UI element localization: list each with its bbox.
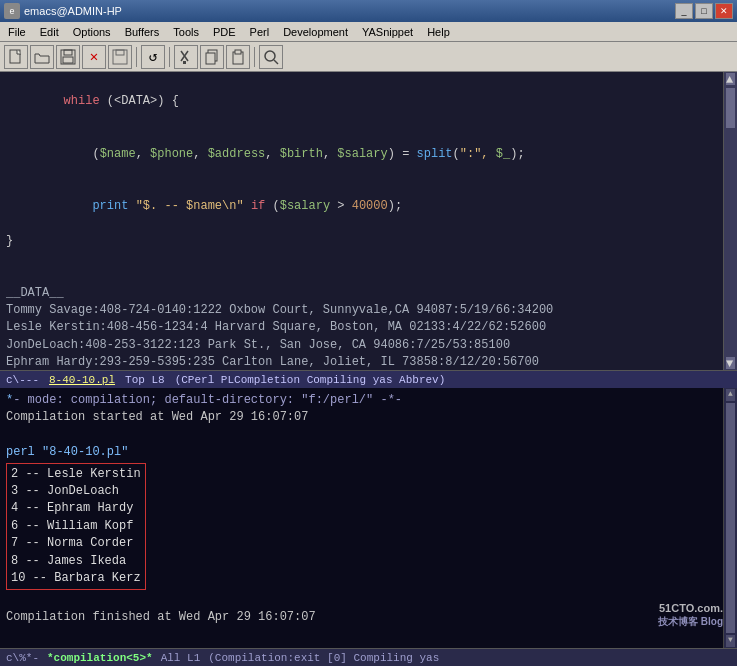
svg-rect-5 — [116, 50, 124, 55]
menu-file[interactable]: File — [2, 25, 32, 39]
result-line-7: 10 -- Barbara Kerz — [11, 570, 141, 587]
upper-scrollbar[interactable]: ▲ ▼ — [723, 72, 737, 370]
upper-status-prefix: c\--- — [6, 374, 39, 386]
lower-scrollbar[interactable]: ▲ ▼ — [723, 388, 737, 648]
title-buttons[interactable]: _ □ ✕ — [675, 3, 733, 19]
compile-mode-line: *- mode: compilation; default-directory:… — [6, 392, 717, 409]
menu-bar: File Edit Options Buffers Tools PDE Perl… — [0, 22, 737, 42]
menu-perl[interactable]: Perl — [244, 25, 276, 39]
toolbar-sep3 — [254, 47, 255, 67]
menu-development[interactable]: Development — [277, 25, 354, 39]
menu-tools[interactable]: Tools — [167, 25, 205, 39]
menu-pde[interactable]: PDE — [207, 25, 242, 39]
toolbar-sep1 — [136, 47, 137, 67]
compile-finish-line: Compilation finished at Wed Apr 29 16:07… — [6, 609, 717, 626]
data-line-4: Ephram Hardy:293-259-5395:235 Carlton La… — [6, 354, 717, 370]
title-bar-left: e emacs@ADMIN-HP — [4, 3, 122, 19]
compile-cmd-line: perl "8-40-10.pl" — [6, 444, 717, 461]
upper-editor-content: while (<DATA>) { ($name, $phone, $addres… — [0, 72, 723, 370]
code-line-5 — [6, 250, 717, 267]
result-line-3: 4 -- Ephram Hardy — [11, 500, 141, 517]
menu-edit[interactable]: Edit — [34, 25, 65, 39]
menu-help[interactable]: Help — [421, 25, 456, 39]
compile-start-line: Compilation started at Wed Apr 29 16:07:… — [6, 409, 717, 426]
toolbar-close-file[interactable]: ✕ — [82, 45, 106, 69]
toolbar-sep2 — [169, 47, 170, 67]
data-line-2: Lesle Kerstin:408-456-1234:4 Harvard Squ… — [6, 319, 717, 336]
app-icon: e — [4, 3, 20, 19]
result-line-1: 2 -- Lesle Kerstin — [11, 466, 141, 483]
toolbar: ✕ ↺ — [0, 42, 737, 72]
minimize-button[interactable]: _ — [675, 3, 693, 19]
data-line-1: Tommy Savage:408-724-0140:1222 Oxbow Cou… — [6, 302, 717, 319]
upper-status-bar: c\--- 8-40-10.pl Top L8 (CPerl PLComplet… — [0, 370, 737, 388]
upper-status-position: Top L8 — [125, 374, 165, 386]
menu-yasnippet[interactable]: YASnippet — [356, 25, 419, 39]
lower-scroll-up[interactable]: ▲ — [726, 389, 735, 401]
toolbar-undo[interactable]: ↺ — [141, 45, 165, 69]
compile-blank1 — [6, 427, 717, 444]
lower-pane[interactable]: *- mode: compilation; default-directory:… — [0, 388, 737, 648]
toolbar-cut[interactable] — [174, 45, 198, 69]
result-line-6: 8 -- James Ikeda — [11, 553, 141, 570]
toolbar-save[interactable] — [56, 45, 80, 69]
upper-pane[interactable]: while (<DATA>) { ($name, $phone, $addres… — [0, 72, 737, 370]
svg-line-14 — [274, 60, 278, 64]
maximize-button[interactable]: □ — [695, 3, 713, 19]
svg-rect-8 — [183, 61, 186, 64]
svg-point-13 — [265, 51, 275, 61]
title-bar: e emacs@ADMIN-HP _ □ ✕ — [0, 0, 737, 22]
svg-rect-12 — [235, 50, 241, 54]
svg-rect-4 — [113, 50, 127, 64]
result-line-5: 7 -- Norma Corder — [11, 535, 141, 552]
code-line-3: print "$. -- $name\n" if ($salary > 4000… — [6, 180, 717, 232]
compile-blank2 — [6, 591, 717, 608]
svg-rect-3 — [63, 57, 73, 63]
data-line-3: JonDeLoach:408-253-3122:123 Park St., Sa… — [6, 337, 717, 354]
code-line-6 — [6, 267, 717, 284]
lower-status-bar: c\%*- *compilation<5>* All L1 (Compilati… — [0, 648, 737, 666]
lower-editor-content: *- mode: compilation; default-directory:… — [0, 388, 723, 648]
code-line-4: } — [6, 233, 717, 250]
result-box: 2 -- Lesle Kerstin 3 -- JonDeLoach 4 -- … — [6, 463, 146, 591]
svg-rect-2 — [64, 50, 72, 55]
scrollbar-thumb[interactable] — [726, 88, 735, 128]
code-line-2: ($name, $phone, $address, $birth, $salar… — [6, 128, 717, 180]
result-line-4: 6 -- William Kopf — [11, 518, 141, 535]
toolbar-save2[interactable] — [108, 45, 132, 69]
lower-status-prefix: c\%*- — [6, 652, 39, 664]
result-line-2: 3 -- JonDeLoach — [11, 483, 141, 500]
toolbar-new[interactable] — [4, 45, 28, 69]
lower-scroll-down[interactable]: ▼ — [726, 635, 735, 647]
toolbar-search[interactable] — [259, 45, 283, 69]
window-title: emacs@ADMIN-HP — [24, 5, 122, 17]
toolbar-open[interactable] — [30, 45, 54, 69]
lower-status-buffer: *compilation<5>* — [47, 652, 153, 664]
scrollbar-up-arrow[interactable]: ▲ — [726, 73, 735, 85]
code-line-1: while (<DATA>) { — [6, 76, 717, 128]
svg-rect-10 — [206, 53, 215, 64]
toolbar-paste[interactable] — [226, 45, 250, 69]
menu-options[interactable]: Options — [67, 25, 117, 39]
lower-status-mode: (Compilation:exit [0] Compiling yas — [208, 652, 439, 664]
close-button[interactable]: ✕ — [715, 3, 733, 19]
upper-status-mode: (CPerl PLCompletion Compiling yas Abbrev… — [175, 374, 446, 386]
data-marker: __DATA__ — [6, 285, 717, 302]
lower-scroll-thumb[interactable] — [726, 403, 735, 633]
lower-status-position: All L1 — [161, 652, 201, 664]
toolbar-copy[interactable] — [200, 45, 224, 69]
upper-status-filename: 8-40-10.pl — [49, 374, 115, 386]
menu-buffers[interactable]: Buffers — [119, 25, 166, 39]
editor-wrapper: while (<DATA>) { ($name, $phone, $addres… — [0, 72, 737, 666]
scrollbar-down-arrow[interactable]: ▼ — [726, 357, 735, 369]
